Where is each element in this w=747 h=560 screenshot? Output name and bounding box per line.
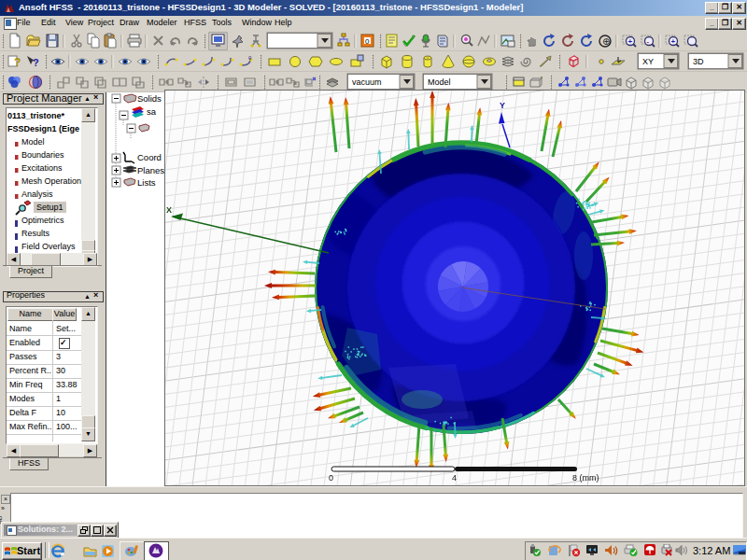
svg-text:?: ? xyxy=(33,57,39,68)
svg-text:-: - xyxy=(647,37,650,46)
svg-text:⊕: ⊕ xyxy=(602,36,610,47)
svg-text:3D: 3D xyxy=(693,57,704,66)
svg-text:Y: Y xyxy=(500,101,505,110)
svg-text:+: + xyxy=(671,37,676,46)
svg-text:4: 4 xyxy=(452,473,457,483)
svg-text:vacuum: vacuum xyxy=(352,77,382,87)
svg-text:+: + xyxy=(628,37,633,46)
svg-text:XY: XY xyxy=(642,57,654,66)
svg-text:0: 0 xyxy=(365,37,370,46)
svg-text:?: ? xyxy=(14,56,21,69)
svg-text:8 (mm): 8 (mm) xyxy=(572,473,599,483)
svg-text:0: 0 xyxy=(329,473,333,483)
svg-text:Model: Model xyxy=(428,77,451,87)
svg-text:X: X xyxy=(166,205,172,215)
